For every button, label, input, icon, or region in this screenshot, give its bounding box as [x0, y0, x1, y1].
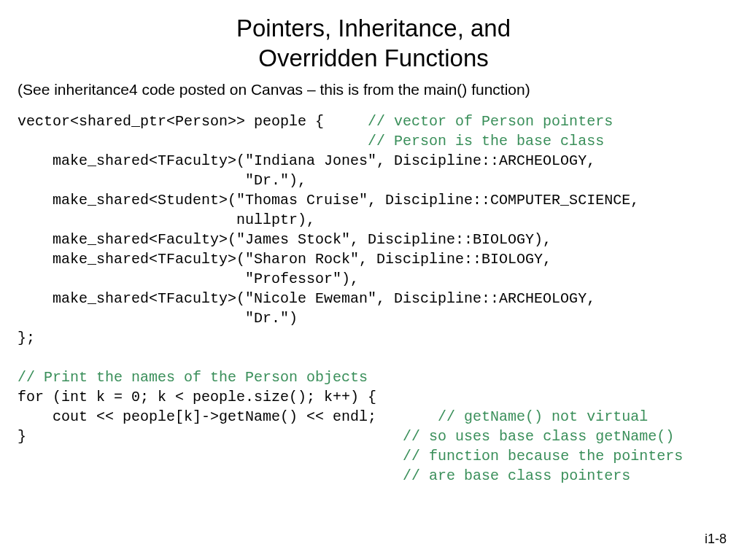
- code-line: "Dr."),: [18, 172, 306, 189]
- code-line: make_shared<TFaculty>("Nicole Eweman", D…: [18, 290, 595, 307]
- subtitle-note: (See inheritance4 code posted on Canvas …: [18, 81, 729, 98]
- code-line: [18, 133, 368, 149]
- slide-body: Pointers, Inheritance, and Overridden Fu…: [0, 0, 747, 486]
- code-line: nullptr),: [18, 211, 315, 228]
- title-line-1: Pointers, Inheritance, and: [236, 15, 511, 42]
- slide-title: Pointers, Inheritance, and Overridden Fu…: [18, 13, 729, 74]
- code-comment: // Print the names of the Person objects: [18, 369, 368, 386]
- code-comment: // getName() not virtual: [438, 408, 648, 425]
- code-line: }: [18, 428, 403, 445]
- code-line: make_shared<TFaculty>("Sharon Rock", Dis…: [18, 251, 551, 268]
- code-line: };: [18, 330, 35, 346]
- title-line-2: Overridden Functions: [258, 44, 488, 71]
- code-comment: // so uses base class getName(): [403, 428, 674, 445]
- code-line: make_shared<Faculty>("James Stock", Disc…: [18, 231, 551, 248]
- code-line: [18, 448, 403, 464]
- code-comment: // function because the pointers: [403, 448, 683, 464]
- code-line: cout << people[k]->getName() << endl;: [18, 408, 438, 425]
- code-comment: // are base class pointers: [403, 467, 630, 484]
- code-comment: // Person is the base class: [368, 133, 604, 149]
- code-block: vector<shared_ptr<Person>> people { // v…: [18, 112, 729, 486]
- code-comment: // vector of Person pointers: [368, 113, 613, 130]
- slide-number: i1-8: [705, 532, 727, 547]
- code-line: make_shared<TFaculty>("Indiana Jones", D…: [18, 152, 595, 169]
- code-line: vector<shared_ptr<Person>> people {: [18, 113, 368, 130]
- code-line: "Professor"),: [18, 271, 359, 287]
- code-line: make_shared<Student>("Thomas Cruise", Di…: [18, 192, 639, 209]
- code-line: for (int k = 0; k < people.size(); k++) …: [18, 389, 376, 405]
- code-line: [18, 467, 403, 484]
- code-line: "Dr."): [18, 310, 298, 327]
